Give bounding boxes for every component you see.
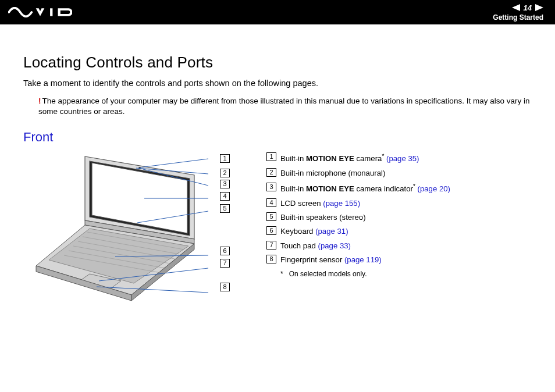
link-page-119[interactable]: (page 119): [344, 255, 382, 264]
link-page-31[interactable]: (page 31): [315, 227, 348, 236]
legend-item-3: 3 Built-in MOTION EYE camera indicator* …: [266, 182, 450, 195]
callout-4: 4: [220, 192, 230, 201]
callout-3: 3: [220, 180, 230, 188]
legend-item-7: 7 Touch pad (page 33): [266, 240, 450, 252]
header-bar: 14 Getting Started: [0, 0, 555, 24]
callout-5: 5: [220, 204, 230, 213]
svg-marker-0: [36, 8, 45, 16]
page-number: 14: [524, 3, 532, 12]
warning-note: !The appearance of your computer may be …: [38, 96, 532, 117]
footnote: *On selected models only.: [280, 269, 450, 280]
link-page-33[interactable]: (page 33): [318, 241, 351, 250]
warning-icon: !: [38, 97, 41, 105]
legend-item-2: 2 Built-in microphone (monaural): [266, 168, 450, 179]
svg-rect-1: [50, 8, 52, 16]
callout-6: 6: [220, 247, 230, 255]
section-link[interactable]: Getting Started: [493, 13, 543, 22]
laptop-diagram: 1 2 3 4 5 6 7 8: [34, 152, 243, 315]
legend-item-8: 8 Fingerprint sensor (page 119): [266, 254, 450, 266]
next-page-arrow[interactable]: [535, 4, 543, 11]
callout-8: 8: [220, 283, 230, 291]
warning-text: The appearance of your computer may be d…: [38, 97, 529, 116]
vaio-logo: [8, 7, 72, 17]
callout-1: 1: [220, 154, 230, 163]
page-content: Locating Controls and Ports Take a momen…: [0, 24, 555, 315]
link-page-155[interactable]: (page 155): [323, 199, 360, 208]
laptop-illustration: [34, 152, 214, 315]
page-nav: 14 Getting Started: [493, 3, 543, 22]
intro-text: Take a moment to identify the controls a…: [23, 79, 532, 88]
callout-2: 2: [220, 169, 230, 177]
link-page-20[interactable]: (page 20): [418, 184, 450, 193]
page-title: Locating Controls and Ports: [23, 54, 532, 72]
callout-7: 7: [220, 259, 230, 268]
prev-page-arrow[interactable]: [512, 4, 520, 11]
front-heading: Front: [23, 130, 532, 145]
legend-item-4: 4 LCD screen (page 155): [266, 198, 450, 209]
legend-list: 1 Built-in MOTION EYE camera* (page 35) …: [266, 152, 450, 279]
legend-item-6: 6 Keyboard (page 31): [266, 226, 450, 237]
legend-item-5: 5 Built-in speakers (stereo): [266, 212, 450, 223]
legend-item-1: 1 Built-in MOTION EYE camera* (page 35): [266, 152, 450, 165]
link-page-35[interactable]: (page 35): [386, 155, 419, 163]
diagram-callout-column: 1 2 3 4 5 6 7 8: [220, 152, 230, 291]
